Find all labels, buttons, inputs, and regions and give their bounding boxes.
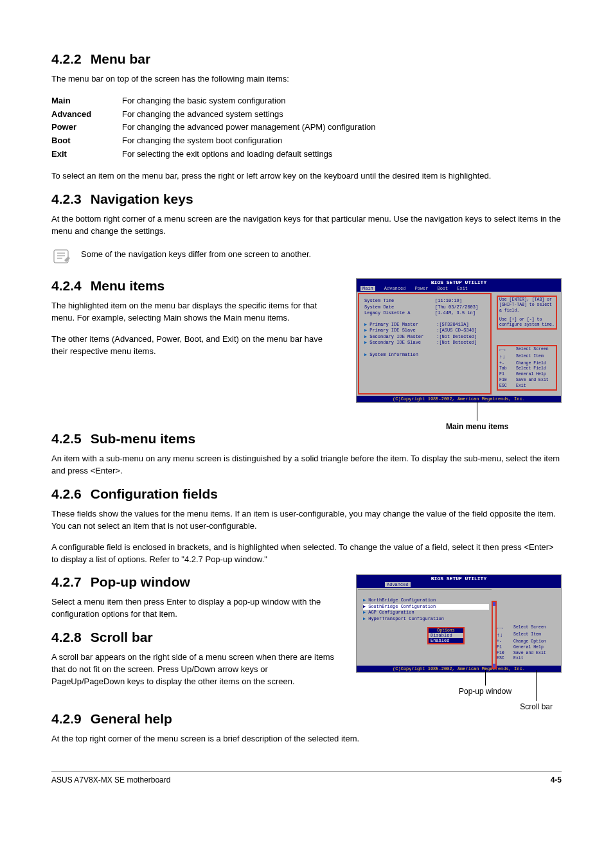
bios-tab-advanced[interactable]: Advanced	[384, 286, 406, 291]
triangle-icon: ▶	[363, 616, 366, 622]
bios-value: :[Not Detected]	[436, 334, 477, 340]
navkey-key: ESC	[497, 656, 511, 662]
bios-main-panel: System Time[11:10:19] System Date[Thu 03…	[358, 293, 492, 394]
navkey-text: Change Field	[516, 361, 546, 367]
bios-value: :[Not Detected]	[436, 340, 477, 346]
menu-desc: For changing the advanced system setting…	[122, 108, 376, 121]
bios-value[interactable]: [Thu 03/27/2003]	[435, 305, 478, 310]
bios-label: Legacy Diskette A	[364, 310, 435, 316]
bios-figure-1: BIOS SETUP UTILITY Main Advanced Power B…	[356, 278, 562, 431]
heading-4-2-8: 4.2.8Scroll bar	[51, 630, 341, 645]
navkey-text: Select Item	[513, 632, 541, 639]
heading-4-2-6: 4.2.6Configuration fields	[51, 486, 562, 502]
section-title-text: Configuration fields	[91, 486, 218, 501]
section-number: 4.2.5	[51, 431, 82, 446]
bios-menubar: Advanced	[357, 582, 561, 588]
menu-desc: For selecting the exit options and loadi…	[122, 148, 376, 161]
bios-scrollbar[interactable]	[492, 601, 497, 669]
navkey-key: ←→	[497, 625, 511, 632]
bios-value: :[ASUS CD-S340]	[436, 328, 477, 333]
navkey-text: General Help	[513, 645, 544, 651]
menubar-after: To select an item on the menu bar, press…	[51, 170, 562, 182]
heading-4-2-2: 4.2.2Menu bar	[51, 51, 562, 67]
bios-tab-advanced[interactable]: Advanced	[385, 582, 411, 587]
section-title-text: Sub-menu items	[91, 431, 195, 446]
section-number: 4.2.8	[51, 630, 82, 644]
bios-popup-option[interactable]: Enabled	[429, 638, 463, 643]
bios-value[interactable]: [1.44M, 3.5 in]	[435, 310, 475, 316]
config-para1: These fields show the values for the men…	[51, 508, 562, 533]
menu-desc: For changing the system boot configurati…	[122, 134, 376, 148]
bios-row: Legacy Diskette A[1.44M, 3.5 in]	[364, 310, 488, 316]
bios-label: Secondary IDE Master	[369, 334, 436, 340]
bios-label: SouthBridge Configuration	[368, 604, 436, 610]
navkey-key: +-	[499, 361, 513, 367]
bios-help-panel: ←→Select Screen ↑↓Select Item +-Change O…	[493, 588, 561, 666]
triangle-icon: ▶	[364, 352, 367, 358]
navkey-key: Tab	[499, 366, 513, 372]
bios-submenu-row[interactable]: ▶Secondary IDE Master:[Not Detected]	[364, 334, 488, 340]
triangle-icon: ▶	[363, 598, 366, 603]
navkey-key: F1	[497, 645, 511, 651]
bios-label: NorthBridge Configuration	[368, 598, 436, 603]
navkey-key: ↑↓	[497, 632, 511, 639]
bios-label: Primary IDE Slave	[369, 328, 436, 333]
bios-row: System Time[11:10:19]	[364, 298, 488, 304]
bios-submenu-row[interactable]: ▶System Information	[364, 352, 488, 358]
menuitems-para1: The highlighted item on the menu bar dis…	[51, 300, 341, 324]
bios-figure-2: BIOS SETUP UTILITY Advanced ▶NorthBridge…	[356, 574, 562, 711]
table-row: BootFor changing the system boot configu…	[51, 134, 376, 148]
section-number: 4.2.4	[51, 278, 82, 293]
bios-value[interactable]: [11:10:19]	[435, 298, 462, 304]
note-block: Some of the navigation keys differ from …	[51, 246, 562, 267]
section-number: 4.2.6	[51, 486, 82, 501]
navkey-key: ESC	[499, 384, 513, 389]
section-title-text: Pop-up window	[91, 574, 190, 589]
callout-scrollbar: Scroll bar	[520, 670, 553, 711]
bios-submenu-row[interactable]: ▶HyperTransport Configuration	[363, 616, 489, 622]
bios-submenu-row[interactable]: ▶AGP Configuration	[363, 610, 489, 616]
navkey-text: Select Item	[516, 354, 544, 361]
bios-submenu-row[interactable]: ▶NorthBridge Configuration	[363, 598, 489, 603]
menubar-intro: The menu bar on top of the screen has th…	[51, 73, 562, 85]
section-number: 4.2.2	[51, 51, 82, 66]
bios-submenu-row[interactable]: ▶Secondary IDE Slave:[Not Detected]	[364, 340, 488, 346]
navkey-text: Save and Exit	[516, 378, 549, 384]
callout-label: Main menu items	[446, 422, 508, 431]
heading-4-2-9: 4.2.9General help	[51, 711, 562, 727]
section-number: 4.2.3	[51, 191, 82, 206]
callout-popup: Pop-up window	[459, 670, 511, 711]
menu-name: Power	[51, 121, 122, 134]
triangle-icon: ▶	[363, 604, 366, 610]
menu-desc: For changing the basic system configurat…	[122, 94, 376, 108]
navkey-text: Exit	[516, 384, 526, 389]
table-row: ExitFor selecting the exit options and l…	[51, 148, 376, 161]
bios-tab-exit[interactable]: Exit	[457, 286, 468, 291]
menu-name: Advanced	[51, 108, 122, 121]
bios-tab-power[interactable]: Power	[414, 286, 428, 291]
bios-submenu-row-selected[interactable]: ▶SouthBridge Configuration	[363, 604, 489, 610]
callout-menu-items: Main menu items	[446, 402, 508, 431]
bios-row: System Date[Thu 03/27/2003]	[364, 305, 488, 310]
bios-tab-main[interactable]: Main	[360, 286, 375, 291]
bios-menubar: Main Advanced Power Boot Exit	[357, 286, 561, 292]
navkey-text: Change Option	[513, 639, 546, 645]
section-number: 4.2.7	[51, 574, 82, 589]
bios-submenu-row[interactable]: ▶Primary IDE Slave:[ASUS CD-S340]	[364, 328, 488, 333]
bios-tab-boot[interactable]: Boot	[437, 286, 448, 291]
bios-navkeys: ←→Select Screen ↑↓Select Item +-Change O…	[497, 624, 557, 662]
bios-label: Primary IDE Master	[369, 322, 436, 328]
table-row: MainFor changing the basic system config…	[51, 94, 376, 108]
menuitems-para2: The other items (Advanced, Power, Boot, …	[51, 333, 341, 358]
heading-4-2-7: 4.2.7Pop-up window	[51, 574, 341, 590]
bios-popup-option-selected[interactable]: Disabled	[429, 633, 463, 638]
bios-submenu-row[interactable]: ▶Primary IDE Master:[ST320413A]	[364, 322, 488, 328]
navkey-key: F1	[499, 372, 513, 378]
footer-left: ASUS A7V8X-MX SE motherboard	[51, 775, 170, 784]
bios-help-panel: Use [ENTER], [TAB] or [SHIFT-TAB] to sel…	[493, 292, 561, 396]
navkey-key: F10	[497, 651, 511, 657]
table-row: PowerFor changing the advanced power man…	[51, 121, 376, 134]
menu-desc: For changing the advanced power manageme…	[122, 121, 376, 134]
callout-label: Scroll bar	[520, 702, 553, 711]
bios-label: System Information	[369, 352, 418, 358]
